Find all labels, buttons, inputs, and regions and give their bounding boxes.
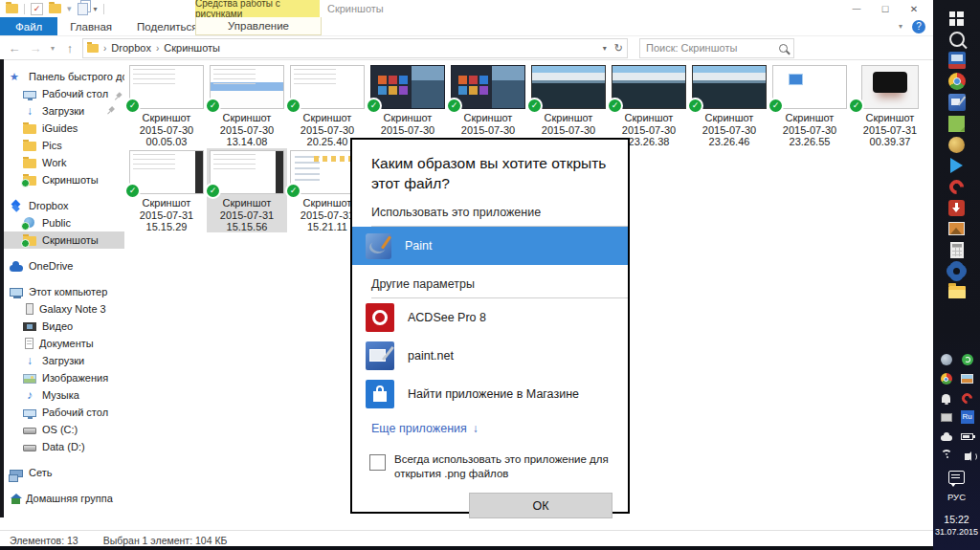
tray-cloud-icon[interactable] (941, 435, 952, 441)
app-option-paint[interactable]: Paint (352, 227, 628, 265)
sidebar-item-9[interactable]: Public (0, 214, 124, 231)
sidebar-item-23[interactable]: Data (D:) (0, 438, 124, 455)
close-button[interactable] (900, 0, 928, 17)
sync-ok-icon (205, 98, 221, 114)
recent-locations-icon[interactable] (48, 44, 57, 53)
sidebar-item-27[interactable]: Домашняя группа (0, 490, 124, 507)
action-center-icon[interactable] (948, 471, 965, 484)
search-icon[interactable] (779, 44, 788, 53)
collapse-ribbon-icon[interactable] (899, 22, 902, 31)
breadcrumb[interactable]: › Dropbox › Скриншоты (82, 38, 628, 58)
app-option-acdsee[interactable]: ACDSee Pro 8 (352, 298, 628, 337)
player-icon[interactable] (950, 158, 963, 173)
tray-wifi-icon[interactable] (941, 450, 952, 461)
start-icon[interactable] (949, 11, 964, 26)
more-apps-link[interactable]: Еще приложения ↓ (371, 422, 628, 435)
sidebar-item-22[interactable]: OS (C:) (0, 421, 124, 438)
chrome-icon[interactable] (948, 73, 966, 90)
file-tile-2[interactable]: Скриншот2015-07-3013.14.08 (207, 63, 287, 147)
file-tile-9[interactable]: Скриншот2015-07-3023.26.55 (769, 63, 850, 147)
remote-icon[interactable] (948, 52, 966, 69)
file-tile-10[interactable]: Скриншот2015-07-3100.39.37 (850, 63, 930, 147)
file-tile-7[interactable]: Скриншот2015-07-3023.26.38 (609, 63, 689, 147)
amber-icon[interactable] (948, 137, 965, 153)
up-button[interactable] (61, 41, 78, 55)
tab-1[interactable]: Главная (57, 17, 124, 35)
sidebar-item-5[interactable]: Work (0, 154, 124, 171)
app-option-store[interactable]: Найти приложение в Магазине (352, 375, 628, 413)
sidebar-item-4[interactable]: Pics (0, 137, 124, 154)
clock-time[interactable]: 15:22 (944, 514, 969, 525)
sidebar-item-1[interactable]: Рабочий стол (0, 85, 124, 102)
breadcrumb-dropbox[interactable]: Dropbox (111, 42, 151, 54)
sidebar-item-6[interactable]: Скриншоты (0, 171, 124, 188)
always-use-checkbox[interactable] (369, 454, 386, 471)
search-icon[interactable] (949, 32, 965, 47)
breadcrumb-screenshots[interactable]: Скриншоты (164, 42, 220, 54)
sidebar-item-17[interactable]: Документы (0, 335, 124, 352)
copy-icon[interactable] (78, 3, 88, 15)
calculator-icon[interactable] (950, 242, 964, 258)
file-tile-3[interactable]: Скриншот2015-07-3020.25.40 (287, 63, 368, 147)
undo-icon[interactable] (67, 4, 72, 13)
file-tile-6[interactable]: Скриншот2015-07-3023.26.26 (528, 63, 609, 147)
tray-ru-icon[interactable]: Ru (961, 410, 974, 424)
sidebar-item-20[interactable]: Музыка (0, 386, 124, 404)
tray-volume-icon[interactable] (965, 453, 969, 460)
file-name: Скриншот (448, 112, 528, 124)
sidebar-item-2[interactable]: Загрузки (0, 102, 124, 120)
minimize-button[interactable] (842, 0, 871, 17)
settings-icon[interactable] (948, 263, 965, 279)
forward-button[interactable] (27, 41, 44, 55)
app-option-paintnet[interactable]: paint.net (352, 337, 628, 375)
tab-0[interactable]: Файл (0, 17, 57, 35)
properties-icon[interactable] (31, 3, 43, 15)
language-indicator[interactable]: РУС (947, 492, 966, 502)
sidebar-item-18[interactable]: Загрузки (0, 352, 124, 369)
file-tile-5[interactable]: Скриншот2015-07-3023.25.47 (448, 63, 528, 147)
paintnet-icon[interactable] (948, 94, 966, 111)
new-folder-icon[interactable] (49, 4, 61, 13)
explorer-icon[interactable] (948, 286, 966, 298)
tray-battery-icon[interactable] (961, 433, 973, 440)
tray-chrome-icon[interactable] (941, 373, 952, 385)
sidebar-item-14[interactable]: Этот компьютер (0, 283, 124, 300)
tray-photos-icon[interactable] (961, 374, 973, 384)
search-placeholder: Поиск: Скриншоты (646, 42, 775, 54)
file-tile-11[interactable]: Скриншот2015-07-3115.15.29 (126, 148, 207, 232)
customize-qat-icon[interactable] (94, 5, 98, 13)
tray-dropbox-icon[interactable] (962, 354, 973, 365)
refresh-icon[interactable] (614, 42, 623, 55)
sidebar-item-19[interactable]: Изображения (0, 369, 124, 386)
sidebar-item-25[interactable]: Сеть (0, 464, 124, 481)
help-icon[interactable] (912, 20, 925, 33)
ok-button[interactable]: ОК (469, 493, 612, 518)
notes-icon[interactable] (948, 116, 965, 132)
sidebar-item-21[interactable]: Рабочий стол (0, 404, 124, 421)
file-tile-1[interactable]: Скриншот2015-07-3000.05.03 (126, 63, 207, 147)
sidebar-item-16[interactable]: Видео (0, 318, 124, 335)
file-tile-12[interactable]: Скриншот2015-07-3115.15.56 (207, 148, 287, 232)
tray-ccleaner-icon[interactable] (960, 390, 975, 406)
tray-bell-icon[interactable] (942, 394, 950, 403)
downloader-icon[interactable] (948, 200, 965, 216)
file-tile-4[interactable]: Скриншот2015-07-3023.25.37 (368, 63, 448, 147)
back-button[interactable] (6, 41, 23, 55)
tray-display-icon[interactable] (941, 413, 952, 422)
sidebar-item-8[interactable]: Dropbox (0, 197, 124, 214)
sidebar-item-3[interactable]: iGuides (0, 120, 124, 137)
ccleaner-icon[interactable] (947, 176, 967, 196)
tab-manage[interactable]: Управление (195, 17, 322, 35)
folder-icon[interactable] (6, 4, 18, 13)
maximize-button[interactable] (871, 0, 900, 17)
file-tile-8[interactable]: Скриншот2015-07-3023.26.46 (689, 63, 769, 147)
photos-icon[interactable] (948, 222, 965, 235)
search-input[interactable]: Поиск: Скриншоты (639, 38, 794, 58)
sidebar-item-0[interactable]: Панель быстрого дс (0, 68, 124, 85)
sidebar-item-12[interactable]: OneDrive (0, 257, 124, 275)
history-dropdown-icon[interactable] (603, 44, 607, 53)
clock-date[interactable]: 31.07.2015 (935, 527, 978, 537)
sidebar-item-10[interactable]: Скриншоты (0, 231, 124, 249)
sidebar-item-15[interactable]: Galaxy Note 3 (0, 300, 124, 318)
tray-globe-icon[interactable] (941, 354, 952, 365)
